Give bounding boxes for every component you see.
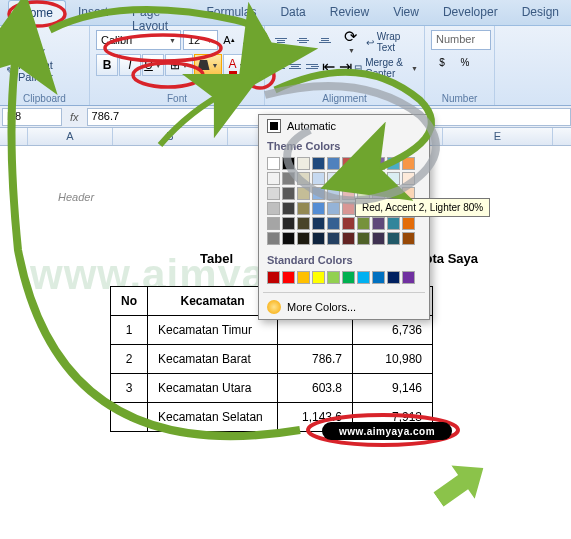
color-swatch[interactable] [357, 157, 370, 170]
col-header-e[interactable]: E [443, 128, 553, 145]
cell[interactable]: 10,980 [353, 345, 433, 374]
color-swatch[interactable] [312, 202, 325, 215]
name-box[interactable]: D8 [2, 108, 62, 126]
color-swatch[interactable] [282, 172, 295, 185]
align-right-button[interactable] [304, 56, 320, 76]
color-swatch[interactable] [282, 271, 295, 284]
currency-button[interactable]: $ [431, 52, 453, 72]
tab-developer[interactable]: Developer [431, 0, 510, 25]
color-swatch[interactable] [387, 172, 400, 185]
color-swatch[interactable] [342, 172, 355, 185]
fill-color-button[interactable]: ▼ [194, 54, 222, 76]
color-swatch[interactable] [372, 217, 385, 230]
color-swatch[interactable] [297, 187, 310, 200]
color-swatch[interactable] [267, 271, 280, 284]
color-swatch[interactable] [267, 157, 280, 170]
cell[interactable]: 786.7 [278, 345, 353, 374]
tab-data[interactable]: Data [268, 0, 317, 25]
color-swatch[interactable] [267, 187, 280, 200]
wrap-text-button[interactable]: ↩Wrap Text [366, 30, 418, 54]
color-swatch[interactable] [342, 232, 355, 245]
color-swatch[interactable] [402, 172, 415, 185]
color-swatch[interactable] [372, 172, 385, 185]
cell[interactable]: Kecamatan Utara [148, 374, 278, 403]
color-swatch[interactable] [342, 271, 355, 284]
color-swatch[interactable] [372, 232, 385, 245]
orientation-button[interactable]: ⟳▼ [336, 30, 364, 50]
color-swatch[interactable] [327, 271, 340, 284]
color-swatch[interactable] [402, 157, 415, 170]
col-header-b[interactable]: B [113, 128, 228, 145]
tab-review[interactable]: Review [318, 0, 381, 25]
color-swatch[interactable] [372, 157, 385, 170]
color-swatch[interactable] [357, 232, 370, 245]
color-swatch[interactable] [342, 157, 355, 170]
cell[interactable]: 7,913 [353, 403, 433, 432]
color-swatch[interactable] [342, 202, 355, 215]
cell[interactable]: 603.8 [278, 374, 353, 403]
color-swatch[interactable] [282, 157, 295, 170]
cut-button[interactable]: ✂Cut [6, 28, 83, 43]
more-colors-option[interactable]: More Colors... [259, 295, 429, 319]
shrink-font-button[interactable]: A▾ [240, 31, 258, 49]
color-swatch[interactable] [267, 217, 280, 230]
tab-formulas[interactable]: Formulas [194, 0, 268, 25]
font-size-select[interactable]: 12▼ [183, 30, 218, 50]
color-swatch[interactable] [312, 172, 325, 185]
color-swatch[interactable] [357, 217, 370, 230]
align-middle-button[interactable] [293, 30, 314, 50]
color-swatch[interactable] [282, 202, 295, 215]
color-swatch[interactable] [312, 271, 325, 284]
cell[interactable]: Kecamatan Selatan [148, 403, 278, 432]
color-swatch[interactable] [312, 217, 325, 230]
color-swatch[interactable] [312, 187, 325, 200]
color-swatch[interactable] [312, 157, 325, 170]
color-swatch[interactable] [357, 172, 370, 185]
cell[interactable]: 1 [111, 316, 148, 345]
border-button[interactable]: ⊞▼ [165, 54, 193, 76]
increase-indent-button[interactable]: ⇥ [338, 56, 354, 76]
tab-home[interactable]: Home [8, 0, 66, 25]
col-header-a[interactable]: A [28, 128, 113, 145]
merge-center-button[interactable]: ⊟Merge & Center▼ [354, 56, 418, 80]
cell[interactable]: Kecamatan Barat [148, 345, 278, 374]
color-swatch[interactable] [312, 232, 325, 245]
color-swatch[interactable] [402, 217, 415, 230]
color-swatch[interactable] [297, 217, 310, 230]
fx-icon[interactable]: fx [62, 111, 87, 123]
align-bottom-button[interactable] [315, 30, 336, 50]
color-swatch[interactable] [387, 217, 400, 230]
color-swatch[interactable] [267, 202, 280, 215]
automatic-option[interactable]: Automatic [259, 115, 429, 137]
color-swatch[interactable] [372, 271, 385, 284]
cell[interactable]: 1,143.6 [278, 403, 353, 432]
color-swatch[interactable] [342, 187, 355, 200]
color-swatch[interactable] [297, 232, 310, 245]
color-swatch[interactable] [267, 172, 280, 185]
underline-button[interactable]: U▼ [142, 54, 164, 76]
percent-button[interactable]: % [454, 52, 476, 72]
tab-view[interactable]: View [381, 0, 431, 25]
color-swatch[interactable] [387, 232, 400, 245]
cell[interactable]: 3 [111, 374, 148, 403]
color-swatch[interactable] [387, 271, 400, 284]
color-swatch[interactable] [402, 271, 415, 284]
color-swatch[interactable] [402, 232, 415, 245]
color-swatch[interactable] [327, 232, 340, 245]
tab-insert[interactable]: Insert [66, 0, 120, 25]
italic-button[interactable]: I [119, 54, 141, 76]
select-all-corner[interactable] [0, 128, 28, 145]
align-center-button[interactable] [288, 56, 304, 76]
tab-design[interactable]: Design [510, 0, 571, 25]
bold-button[interactable]: B [96, 54, 118, 76]
align-top-button[interactable] [271, 30, 292, 50]
cell[interactable]: 2 [111, 345, 148, 374]
cell[interactable]: 9,146 [353, 374, 433, 403]
color-swatch[interactable] [387, 157, 400, 170]
color-swatch[interactable] [297, 271, 310, 284]
cell[interactable]: 4 [111, 403, 148, 432]
tab-page-layout[interactable]: Page Layout [120, 0, 194, 25]
color-swatch[interactable] [342, 217, 355, 230]
grow-font-button[interactable]: A▴ [220, 31, 238, 49]
font-color-button[interactable]: A▼ [223, 54, 251, 76]
